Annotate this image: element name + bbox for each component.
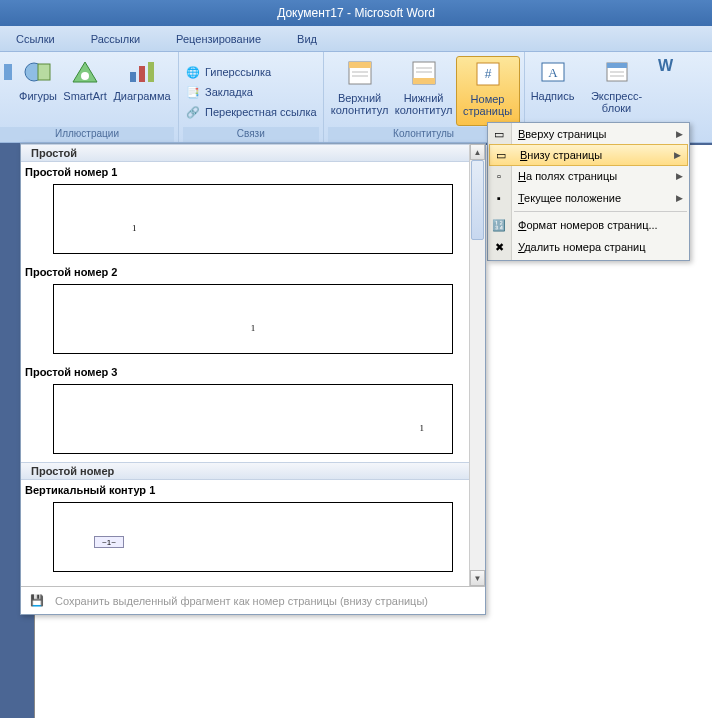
gallery-item-vert1[interactable]: ~1~ xyxy=(53,502,453,572)
menu-current-position[interactable]: ▪ Текущее положение ▶ xyxy=(488,187,689,209)
svg-point-4 xyxy=(81,72,89,80)
preview-number: 1 xyxy=(251,323,256,333)
crossref-icon: 🔗 xyxy=(185,104,201,120)
crossref-button[interactable]: 🔗 Перекрестная ссылка xyxy=(183,103,319,121)
quickparts-button[interactable]: Экспресс-блоки xyxy=(577,56,657,126)
svg-rect-0 xyxy=(4,64,12,80)
header-label: Верхний колонтитул xyxy=(331,92,389,116)
svg-text:#: # xyxy=(484,67,491,81)
page-top-icon: ▭ xyxy=(491,126,507,142)
gallery-item-vert1-label: Вертикальный контур 1 xyxy=(21,480,469,500)
remove-icon: ✖ xyxy=(491,239,507,255)
ribbon-tabs: Ссылки Рассылки Рецензирование Вид xyxy=(0,26,712,52)
gallery-category-simplenum: Простой номер xyxy=(21,462,469,480)
scroll-down-button[interactable]: ▼ xyxy=(470,570,485,586)
titlebar: Документ17 - Microsoft Word xyxy=(0,0,712,26)
hyperlink-label: Гиперссылка xyxy=(205,64,271,80)
footer-label: Нижний колонтитул xyxy=(395,92,453,116)
pagenumber-label: Номер страницы xyxy=(461,93,515,117)
tab-view[interactable]: Вид xyxy=(285,29,329,49)
page-bottom-icon: ▭ xyxy=(493,147,509,163)
chart-icon xyxy=(128,60,156,86)
pagenumber-menu: ▭ Вверху страницы ▶ ▭ Внизу страницы ▶ ▫… xyxy=(487,122,690,261)
submenu-arrow-icon: ▶ xyxy=(674,150,681,160)
gallery-item-simple2[interactable]: 1 xyxy=(53,284,453,354)
gallery-save-selection: 💾 Сохранить выделенный фрагмент как номе… xyxy=(21,586,485,614)
format-icon: 🔢 xyxy=(491,217,507,233)
smartart-icon xyxy=(71,60,99,86)
smartart-label: SmartArt xyxy=(63,90,106,102)
svg-rect-13 xyxy=(413,78,435,84)
textbox-icon: A xyxy=(540,60,566,86)
quickparts-label: Экспресс-блоки xyxy=(581,90,653,114)
shapes-label: Фигуры xyxy=(19,90,57,102)
gallery-item-simple1-label: Простой номер 1 xyxy=(21,162,469,182)
tab-review[interactable]: Рецензирование xyxy=(164,29,273,49)
gallery-item-simple3-label: Простой номер 3 xyxy=(21,362,469,382)
footer-button[interactable]: Нижний колонтитул xyxy=(392,56,456,126)
shapes-icon-2 xyxy=(24,60,52,86)
gallery-item-simple1[interactable]: 1 xyxy=(53,184,453,254)
crossref-label: Перекрестная ссылка xyxy=(205,104,317,120)
wordart-icon: W xyxy=(658,60,673,72)
group-links: 🌐 Гиперссылка 📑 Закладка 🔗 Перекрестная … xyxy=(179,52,324,142)
header-button[interactable]: Верхний колонтитул xyxy=(328,56,392,126)
current-position-icon: ▪ xyxy=(491,190,507,206)
shapes-icon xyxy=(4,60,12,86)
tab-references[interactable]: Ссылки xyxy=(4,29,67,49)
smartart-button[interactable]: SmartArt xyxy=(60,56,110,126)
svg-rect-6 xyxy=(139,66,145,82)
gallery-save-label: Сохранить выделенный фрагмент как номер … xyxy=(55,595,428,607)
menu-bottom-of-page[interactable]: ▭ Внизу страницы ▶ xyxy=(489,144,688,166)
submenu-arrow-icon: ▶ xyxy=(676,171,683,181)
scroll-thumb[interactable] xyxy=(471,160,484,240)
menu-top-of-page[interactable]: ▭ Вверху страницы ▶ xyxy=(488,123,689,145)
preview-number: 1 xyxy=(132,223,137,233)
svg-rect-9 xyxy=(349,62,371,68)
svg-rect-5 xyxy=(130,72,136,82)
page-margins-icon: ▫ xyxy=(491,168,507,184)
chart-label: Диаграмма xyxy=(113,90,170,102)
scroll-up-button[interactable]: ▲ xyxy=(470,144,485,160)
footer-icon xyxy=(411,60,437,88)
pagenumber-button[interactable]: # Номер страницы xyxy=(456,56,520,126)
quickparts-icon xyxy=(604,60,630,86)
preview-number: 1 xyxy=(420,423,425,433)
svg-rect-2 xyxy=(38,64,50,80)
gallery-category-simple: Простой xyxy=(21,144,469,162)
submenu-arrow-icon: ▶ xyxy=(676,129,683,139)
wordart-button[interactable]: W W xyxy=(657,56,675,126)
page-number-gallery: Простой Простой номер 1 1 Простой номер … xyxy=(20,143,486,615)
group-illustrations-label: Иллюстрации xyxy=(0,127,174,142)
svg-rect-21 xyxy=(607,63,627,68)
textbox-label: Надпись xyxy=(531,90,575,102)
gallery-scrollbar[interactable]: ▲ ▼ xyxy=(469,144,485,586)
menu-remove-numbers[interactable]: ✖ Удалить номера страниц xyxy=(488,236,689,258)
svg-text:A: A xyxy=(548,65,558,80)
bookmark-button[interactable]: 📑 Закладка xyxy=(183,83,319,101)
hyperlink-icon: 🌐 xyxy=(185,64,201,80)
save-fragment-icon: 💾 xyxy=(27,591,47,611)
group-illustrations: Фигуры SmartArt Диаграмма Иллюстрации xyxy=(0,52,179,142)
menu-format-numbers[interactable]: 🔢 Формат номеров страниц... xyxy=(488,214,689,236)
preview-number-boxed: ~1~ xyxy=(94,536,124,548)
gallery-item-simple3[interactable]: 1 xyxy=(53,384,453,454)
chart-button[interactable]: Диаграмма xyxy=(110,56,174,126)
shapes-button[interactable] xyxy=(0,56,16,126)
bookmark-label: Закладка xyxy=(205,84,253,100)
shapes-button-2[interactable]: Фигуры xyxy=(16,56,60,126)
group-links-label: Связи xyxy=(183,127,319,142)
textbox-button[interactable]: A Надпись xyxy=(529,56,577,126)
pagenumber-icon: # xyxy=(475,61,501,89)
menu-page-margins[interactable]: ▫ На полях страницы ▶ xyxy=(488,165,689,187)
hyperlink-button[interactable]: 🌐 Гиперссылка xyxy=(183,63,319,81)
header-icon xyxy=(347,60,373,88)
submenu-arrow-icon: ▶ xyxy=(676,193,683,203)
svg-rect-7 xyxy=(148,62,154,82)
bookmark-icon: 📑 xyxy=(185,84,201,100)
tab-mailings[interactable]: Рассылки xyxy=(79,29,152,49)
window-title: Документ17 - Microsoft Word xyxy=(277,6,435,20)
gallery-item-simple2-label: Простой номер 2 xyxy=(21,262,469,282)
